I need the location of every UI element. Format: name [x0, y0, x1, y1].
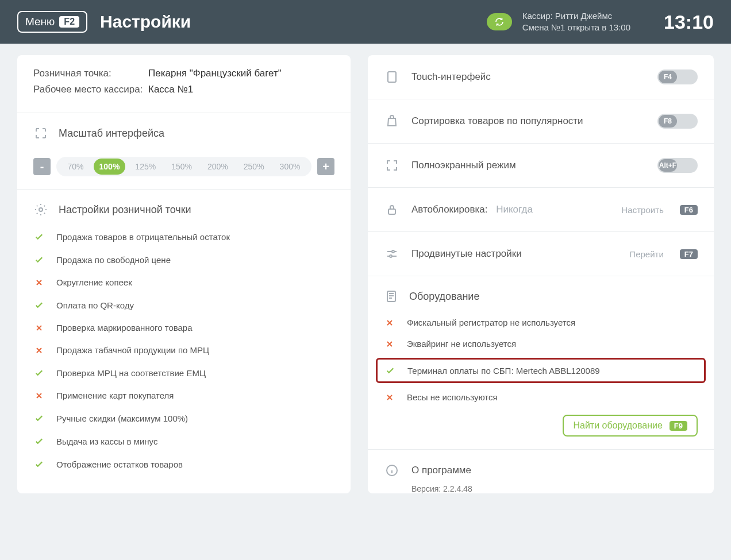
expand-icon [33, 126, 48, 141]
equipment-item: Фискальный регистратор не используется [384, 312, 698, 333]
find-key: F9 [670, 421, 687, 431]
cross-icon [33, 346, 45, 355]
equipment-text: Терминал оплаты по СБП: Mertech ABBL1200… [407, 366, 600, 376]
sort-toggle[interactable]: F8 [657, 114, 698, 129]
bag-icon [384, 113, 400, 129]
check-icon [33, 436, 45, 446]
scale-plus-button[interactable]: + [317, 158, 334, 175]
info-row: Розничная точка: Пекарня "Французский ба… [33, 68, 334, 79]
touch-toggle[interactable]: F4 [657, 69, 698, 84]
equipment-section: Оборудование Фискальный регистратор не и… [368, 276, 714, 450]
touch-interface-row[interactable]: Touch-интерфейс F4 [368, 55, 714, 99]
equipment-text: Фискальный регистратор не используется [407, 318, 575, 327]
svg-rect-1 [388, 72, 396, 82]
cashier-line: Кассир: Ритти Джеймс [522, 10, 630, 22]
setting-item: Проверка маркированного товара [33, 316, 334, 339]
setting-text: Выдача из кассы в минус [56, 437, 157, 446]
fullscreen-label: Полноэкранный режим [411, 160, 646, 171]
content: Розничная точка: Пекарня "Французский ба… [0, 44, 731, 493]
info-row: Рабочее место кассира: Касса №1 [33, 84, 334, 95]
workplace-value: Касса №1 [148, 84, 193, 95]
sort-row[interactable]: Сортировка товаров по популярности F8 [368, 99, 714, 144]
cross-icon [384, 318, 395, 327]
advanced-row[interactable]: Продвинутые настройки Перейти F7 [368, 232, 714, 276]
scale-track: 70%100%125%150%200%250%300% [56, 157, 311, 176]
point-settings-list: Продажа товаров в отрицательный остатокП… [33, 225, 334, 476]
svg-point-3 [392, 250, 394, 253]
autolock-link[interactable]: Настроить [622, 205, 664, 215]
scale-option[interactable]: 250% [238, 159, 270, 175]
scale-option[interactable]: 300% [274, 159, 306, 175]
scale-option[interactable]: 100% [94, 159, 126, 175]
autolock-key: F6 [680, 205, 698, 215]
check-icon [33, 459, 45, 469]
scale-option[interactable]: 150% [166, 159, 198, 175]
sliders-icon [384, 246, 400, 262]
find-equipment-button[interactable]: Найти оборудование F9 [563, 415, 698, 437]
setting-item: Округление копеек [33, 271, 334, 293]
autolock-label: Автоблокировка: Никогда [411, 204, 610, 215]
about-label: О программе [411, 465, 471, 476]
setting-item: Продажа по свободной цене [33, 248, 334, 271]
left-panel: Розничная точка: Пекарня "Французский ба… [17, 55, 351, 493]
header-right: Кассир: Ритти Джеймс Смена №1 открыта в … [487, 10, 714, 34]
shift-line: Смена №1 открыта в 13:00 [522, 22, 630, 33]
svg-rect-2 [388, 209, 395, 214]
scale-option[interactable]: 200% [202, 159, 234, 175]
point-settings-head: Настройки розничной точки [33, 202, 334, 217]
equipment-item-highlight: Терминал оплаты по СБП: Mertech ABBL1200… [376, 358, 706, 383]
equipment-item: Эквайринг не используется [384, 333, 698, 354]
about-version: Версия: 2.2.4.48 [368, 482, 714, 493]
check-icon [33, 300, 45, 310]
page-title: Настройки [100, 12, 191, 32]
setting-item: Продажа табачной продукции по МРЦ [33, 339, 334, 361]
equipment-head: Оборудование [384, 289, 698, 304]
device-icon [384, 289, 399, 304]
scale-title: Масштаб интерфейса [59, 128, 164, 140]
clock: 13:10 [664, 11, 714, 33]
fullscreen-row[interactable]: Полноэкранный режим Alt+F [368, 144, 714, 188]
setting-item: Выдача из кассы в минус [33, 430, 334, 453]
equipment-title: Оборудование [409, 291, 479, 303]
setting-item: Оплата по QR-коду [33, 293, 334, 316]
sync-cloud-icon[interactable] [487, 13, 512, 30]
scale-head: Масштаб интерфейса [33, 126, 334, 141]
setting-item: Отображение остатков товаров [33, 453, 334, 476]
advanced-key: F7 [680, 249, 698, 259]
menu-button[interactable]: Меню F2 [17, 11, 87, 33]
cross-icon [33, 278, 45, 287]
toggle-key: F4 [659, 71, 677, 83]
check-icon [33, 368, 45, 378]
cross-icon [33, 391, 45, 400]
store-info-section: Розничная точка: Пекарня "Французский ба… [17, 55, 351, 113]
cross-icon [33, 323, 45, 333]
gear-icon [33, 202, 48, 217]
workplace-label: Рабочее место кассира: [33, 84, 148, 95]
equipment-list: Фискальный регистратор не используетсяЭк… [384, 312, 698, 408]
sort-label: Сортировка товаров по популярности [411, 115, 646, 127]
about-section: О программе Версия: 2.2.4.48 [368, 450, 714, 493]
find-label: Найти оборудование [573, 420, 662, 431]
menu-label: Меню [25, 16, 55, 28]
tablet-icon [384, 69, 400, 85]
fullscreen-toggle[interactable]: Alt+F [657, 158, 698, 173]
equipment-text: Весы не используются [407, 392, 498, 402]
check-icon [384, 365, 396, 376]
check-icon [33, 231, 45, 242]
setting-text: Ручные скидки (максимум 100%) [56, 414, 188, 423]
about-row[interactable]: О программе [368, 450, 714, 482]
scale-option[interactable]: 70% [62, 159, 90, 175]
setting-text: Продажа табачной продукции по МРЦ [56, 345, 209, 355]
cashier-info: Кассир: Ритти Джеймс Смена №1 открыта в … [522, 10, 630, 34]
check-icon [33, 413, 45, 423]
autolock-row[interactable]: Автоблокировка: Никогда Настроить F6 [368, 188, 714, 232]
scale-minus-button[interactable]: - [33, 158, 51, 175]
info-icon [384, 462, 400, 478]
equipment-item: Весы не используются [384, 387, 698, 408]
setting-item: Продажа товаров в отрицательный остаток [33, 225, 334, 248]
setting-text: Оплата по QR-коду [56, 300, 134, 310]
scale-option[interactable]: 125% [129, 159, 161, 175]
point-settings-title: Настройки розничной точки [59, 204, 191, 216]
advanced-link[interactable]: Перейти [629, 249, 663, 259]
equipment-text: Эквайринг не используется [407, 339, 516, 349]
